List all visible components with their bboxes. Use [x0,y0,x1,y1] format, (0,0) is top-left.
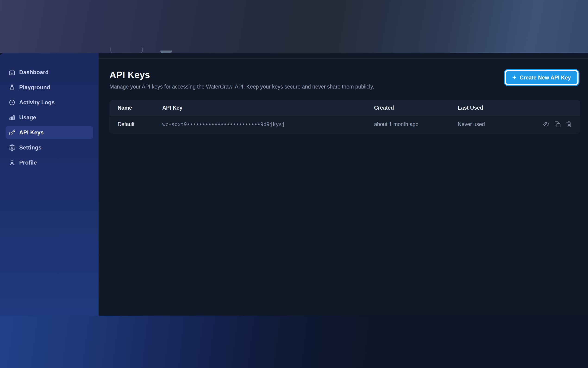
sidebar-item-activity-logs[interactable]: Activity Logs [6,96,93,109]
view-key-button[interactable] [543,121,549,128]
sidebar-item-api-keys[interactable]: API Keys [6,126,93,139]
api-key-masked-value: wc-soxt9••••••••••••••••••••••••9d9jkysj [162,121,374,127]
trash-icon [566,121,572,128]
page-header: API Keys Manage your API keys for access… [109,70,580,90]
clock-icon [9,99,15,106]
sidebar-item-label: API Keys [19,129,44,136]
sidebar-item-playground[interactable]: Playground [6,81,93,94]
top-banner [0,0,588,53]
page-header-text: API Keys Manage your API keys for access… [109,70,374,90]
create-api-key-label: Create New API Key [520,75,571,81]
sidebar-item-label: Dashboard [19,69,49,75]
home-icon [9,69,15,75]
column-header-last-used: Last Used [458,105,534,111]
partial-tab-button[interactable] [110,48,143,53]
app-root: Dashboard Playground Activity Logs Usage [0,0,588,368]
tabstrip-divider [99,53,588,59]
page-description: Manage your API keys for accessing the W… [109,83,374,90]
copy-icon [554,121,561,128]
page-title: API Keys [109,70,374,80]
sidebar: Dashboard Playground Activity Logs Usage [0,53,99,316]
copy-key-button[interactable] [554,121,561,128]
key-icon [9,129,15,136]
api-key-name: Default [118,121,162,128]
row-actions [534,121,572,128]
background-gradient [0,316,588,368]
delete-key-button[interactable] [566,121,572,128]
sidebar-item-label: Profile [19,159,37,166]
bar-chart-icon [9,114,15,121]
api-key-created: about 1 month ago [374,121,458,128]
table-header-row: Name API Key Created Last Used [110,100,580,115]
sidebar-item-settings[interactable]: Settings [6,141,93,154]
gear-icon [9,144,15,151]
plus-icon: + [512,74,517,81]
sidebar-item-usage[interactable]: Usage [6,111,93,124]
column-header-api-key: API Key [162,105,374,111]
create-api-key-button[interactable]: + Create New API Key [506,71,577,84]
sidebar-item-profile[interactable]: Profile [6,156,93,169]
flask-icon [9,84,15,91]
sidebar-item-label: Activity Logs [19,99,55,106]
eye-icon [543,121,549,128]
sidebar-nav: Dashboard Playground Activity Logs Usage [0,53,99,169]
column-header-created: Created [374,105,458,111]
sidebar-item-dashboard[interactable]: Dashboard [6,66,93,79]
api-key-last-used: Never used [458,121,534,128]
sidebar-item-label: Settings [19,144,41,151]
table-row: Default wc-soxt9••••••••••••••••••••••••… [110,115,580,133]
sidebar-item-label: Playground [19,84,50,91]
sidebar-item-label: Usage [19,114,36,121]
user-icon [9,159,15,166]
column-header-name: Name [118,105,162,111]
scroll-thumb-partial[interactable] [160,51,172,53]
content-area: API Keys Manage your API keys for access… [99,59,588,133]
main-panel: API Keys Manage your API keys for access… [99,53,588,316]
api-keys-table: Name API Key Created Last Used Default w… [109,100,580,133]
